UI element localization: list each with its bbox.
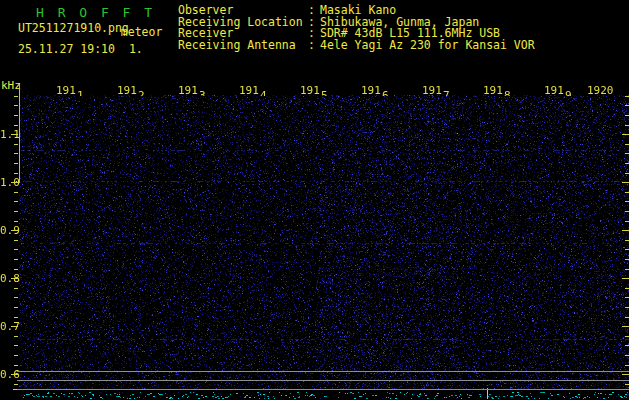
axis-tick <box>622 134 629 135</box>
reference-line <box>17 389 629 390</box>
axis-tick <box>625 96 629 97</box>
axis-tick <box>14 365 18 366</box>
x-axis-label: 1917 <box>422 84 450 96</box>
axis-tick <box>625 201 629 202</box>
axis-tick <box>625 317 629 318</box>
axis-tick <box>625 211 629 212</box>
axis-tick <box>625 307 629 308</box>
axis-tick <box>625 345 629 346</box>
x-axis-label: 1920 <box>587 84 614 96</box>
x-axis-label: 1918 <box>483 84 511 96</box>
x-axis-label: 1914 <box>239 84 267 96</box>
axis-tick <box>14 201 18 202</box>
axis-tick <box>14 211 18 212</box>
axis-tick <box>625 144 629 145</box>
output-filename-row: UT2511271910.pngmeteor <box>18 21 162 35</box>
axis-tick <box>625 259 629 260</box>
axis-tick <box>11 134 18 135</box>
axis-tick <box>14 144 18 145</box>
x-axis-label: 1919 <box>544 84 572 96</box>
x-axis-label: 1911 <box>56 84 84 96</box>
axis-tick <box>625 288 629 289</box>
axis-tick <box>14 297 18 298</box>
axis-tick <box>14 115 18 116</box>
axis-tick <box>625 240 629 241</box>
axis-tick <box>14 96 18 97</box>
axis-tick <box>625 249 629 250</box>
axis-tick <box>625 115 629 116</box>
x-axis-label: 1915 <box>300 84 328 96</box>
station-info: Observer:Masaki KanoReceiving Location:S… <box>178 5 535 51</box>
axis-tick <box>14 384 18 385</box>
axis-tick <box>14 192 18 193</box>
axis-tick <box>622 230 629 231</box>
info-label: Receiving Antenna <box>178 40 308 52</box>
axis-tick <box>625 384 629 385</box>
x-axis-label: 1912 <box>117 84 145 96</box>
datetime-row: 25.11.27 19:101. <box>18 42 143 56</box>
axis-tick <box>14 173 18 174</box>
axis-tick <box>625 173 629 174</box>
axis-tick <box>625 192 629 193</box>
axis-tick <box>14 221 18 222</box>
axis-tick <box>14 105 18 106</box>
axis-tick <box>14 163 18 164</box>
axis-tick <box>14 269 18 270</box>
axis-tick <box>14 153 18 154</box>
axis-tick <box>11 230 18 231</box>
x-axis-label: 1916 <box>361 84 389 96</box>
axis-tick <box>625 365 629 366</box>
app-title: H R O F F T <box>36 5 155 20</box>
axis-tick <box>14 288 18 289</box>
info-row: Receiving Antenna:4ele Yagi Az 230 for K… <box>178 40 535 52</box>
x-axis-labels: 1911191219131914191519161917191819191920 <box>0 84 629 96</box>
axis-tick <box>11 182 18 183</box>
axis-tick <box>625 297 629 298</box>
axis-tick <box>14 125 18 126</box>
datetime-text: 25.11.27 19:10 <box>18 42 115 56</box>
axis-tick <box>14 249 18 250</box>
axis-tick <box>622 278 629 279</box>
axis-tick <box>622 326 629 327</box>
axis-tick <box>14 355 18 356</box>
info-colon: : <box>308 40 320 52</box>
axis-tick <box>625 125 629 126</box>
reference-line <box>17 371 629 372</box>
axis-tick <box>622 374 629 375</box>
axis-tick <box>14 259 18 260</box>
axis-tick <box>625 336 629 337</box>
axis-tick <box>14 317 18 318</box>
hrofft-window: H R O F F T UT2511271910.pngmeteor 25.11… <box>0 0 629 400</box>
axis-tick <box>14 307 18 308</box>
axis-tick <box>11 326 18 327</box>
minute-counter: 1. <box>129 42 143 56</box>
axis-tick <box>14 240 18 241</box>
info-value: 4ele Yagi Az 230 for Kansai VOR <box>320 38 535 52</box>
axis-tick <box>11 278 18 279</box>
axis-tick <box>14 345 18 346</box>
draw-position-cursor <box>19 84 20 183</box>
axis-tick <box>622 182 629 183</box>
station-label: meteor <box>121 25 163 39</box>
axis-tick <box>625 355 629 356</box>
axis-tick <box>11 374 18 375</box>
axis-tick <box>625 105 629 106</box>
reference-line <box>17 380 629 381</box>
filename-text: UT2511271910.png <box>18 21 129 35</box>
axis-tick <box>14 336 18 337</box>
axis-tick <box>625 269 629 270</box>
axis-tick <box>625 163 629 164</box>
spectrogram-canvas <box>19 95 629 400</box>
axis-tick <box>625 153 629 154</box>
x-axis-label: 1913 <box>178 84 206 96</box>
axis-tick <box>625 221 629 222</box>
